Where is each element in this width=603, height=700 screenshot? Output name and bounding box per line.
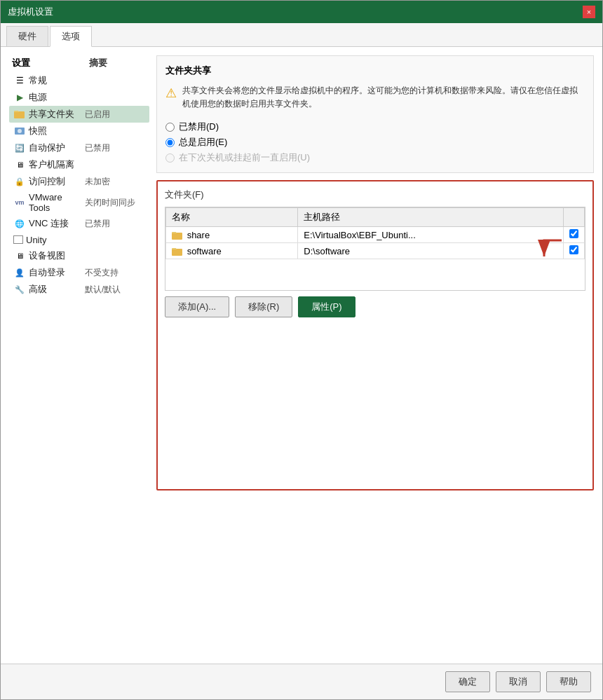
folder-table: 名称 主机路径 share E:\Virtual — [165, 207, 585, 259]
shared-folders-value: 已启用 — [85, 109, 110, 121]
tab-bar: 硬件 选项 — [1, 23, 602, 47]
auto-protect-label: 自动保护 — [29, 142, 85, 154]
power-icon: ▶ — [13, 92, 26, 103]
folder-section: 文件夹(F) 名称 主机路径 — [156, 180, 594, 490]
unity-label: Unity — [26, 235, 82, 245]
access-control-icon: 🔒 — [13, 176, 26, 187]
radio-always-label: 总是启用(E) — [179, 136, 227, 149]
add-button[interactable]: 添加(A)... — [165, 296, 229, 317]
info-section: 文件夹共享 ⚠ 共享文件夹会将您的文件显示给虚拟机中的程序。这可能为您的计算机和… — [156, 55, 594, 173]
general-icon: ☰ — [13, 75, 26, 86]
table-row[interactable]: software D:\software — [166, 243, 585, 259]
table-row[interactable]: share E:\VirtualBox\EBF_Ubunti... — [166, 227, 585, 243]
radio-until-off-label: 在下次关机或挂起前一直启用(U) — [179, 151, 310, 164]
folder-table-container: 名称 主机路径 share E:\Virtual — [165, 207, 585, 291]
remove-button[interactable]: 移除(R) — [235, 296, 292, 317]
sidebar-item-guest-isolation[interactable]: 🖥 客户机隔离 — [9, 156, 149, 173]
auto-protect-icon: 🔄 — [13, 142, 26, 153]
folder-buttons: 添加(A)... 移除(R) 属性(P) — [165, 296, 585, 317]
col-name: 名称 — [166, 208, 298, 227]
bottom-bar: 确定 取消 帮助 — [1, 664, 602, 699]
title-controls: × — [583, 6, 595, 18]
row2-name: software — [166, 243, 298, 259]
advanced-label: 高级 — [29, 283, 85, 296]
col-host-path: 主机路径 — [298, 208, 564, 227]
radio-until-off[interactable]: 在下次关机或挂起前一直启用(U) — [165, 151, 585, 164]
sidebar-item-general[interactable]: ☰ 常规 — [9, 72, 149, 89]
sidebar-item-advanced[interactable]: 🔧 高级 默认/默认 — [9, 281, 149, 298]
settings-header: 设置 摘要 — [9, 55, 149, 71]
auto-login-icon: 👤 — [13, 267, 26, 278]
radio-disabled-input[interactable] — [165, 123, 175, 132]
svg-rect-4 — [172, 249, 182, 256]
sidebar-item-vmware-tools[interactable]: vm VMware Tools 关闭时间同步 — [9, 190, 149, 215]
col-summary: 摘要 — [89, 57, 147, 69]
radio-always-input[interactable] — [165, 138, 175, 147]
device-view-icon: 🖥 — [13, 250, 26, 261]
auto-protect-value: 已禁用 — [85, 142, 110, 154]
sidebar-item-device-view[interactable]: 🖥 设备视图 — [9, 247, 149, 264]
col-settings: 设置 — [12, 57, 89, 69]
svg-rect-3 — [172, 233, 182, 240]
radio-always[interactable]: 总是启用(E) — [165, 136, 585, 149]
spacer — [1, 499, 602, 664]
vmware-tools-value: 关闭时间同步 — [85, 197, 135, 209]
radio-until-off-input[interactable] — [165, 153, 175, 163]
title-bar: 虚拟机设置 × — [1, 1, 602, 23]
guest-isolation-icon: 🖥 — [13, 159, 26, 170]
sidebar-item-auto-protect[interactable]: 🔄 自动保护 已禁用 — [9, 139, 149, 156]
help-button[interactable]: 帮助 — [546, 671, 591, 692]
warning-icon: ⚠ — [165, 85, 177, 111]
vnc-label: VNC 连接 — [29, 217, 85, 230]
folder-section-title: 文件夹(F) — [165, 188, 585, 201]
ok-button[interactable]: 确定 — [445, 671, 490, 692]
window-title: 虚拟机设置 — [8, 6, 53, 18]
row1-name: share — [166, 227, 298, 243]
shared-folders-label: 共享文件夹 — [29, 108, 85, 121]
row1-path: E:\VirtualBox\EBF_Ubunti... — [298, 227, 564, 243]
row2-path: D:\software — [298, 243, 564, 259]
advanced-value: 默认/默认 — [85, 284, 121, 296]
row1-checkbox[interactable] — [564, 227, 585, 243]
access-control-value: 未加密 — [85, 176, 110, 188]
advanced-icon: 🔧 — [13, 284, 26, 295]
sidebar-item-power[interactable]: ▶ 电源 — [9, 89, 149, 106]
radio-group: 已禁用(D) 总是启用(E) 在下次关机或挂起前一直启用(U) — [165, 121, 585, 164]
sidebar-item-auto-login[interactable]: 👤 自动登录 不受支持 — [9, 264, 149, 281]
general-label: 常规 — [29, 74, 85, 87]
access-control-label: 访问控制 — [29, 175, 85, 188]
col-enabled — [564, 208, 585, 227]
device-view-label: 设备视图 — [29, 249, 85, 262]
sidebar-item-vnc[interactable]: 🌐 VNC 连接 已禁用 — [9, 215, 149, 232]
cancel-button[interactable]: 取消 — [496, 671, 541, 692]
auto-login-value: 不受支持 — [85, 267, 118, 279]
close-button[interactable]: × — [583, 6, 595, 18]
vmware-tools-label: VMware Tools — [29, 192, 85, 213]
properties-button[interactable]: 属性(P) — [298, 296, 355, 317]
row2-checkbox[interactable] — [564, 243, 585, 259]
shared-folder-icon — [13, 109, 26, 120]
radio-disabled[interactable]: 已禁用(D) — [165, 121, 585, 133]
vnc-icon: 🌐 — [13, 218, 26, 229]
radio-disabled-label: 已禁用(D) — [179, 121, 219, 133]
svg-point-2 — [18, 129, 22, 133]
left-panel: 设置 摘要 ☰ 常规 ▶ 电源 共享文件夹 已启用 — [9, 55, 149, 490]
vmware-tools-icon: vm — [13, 197, 26, 208]
snapshots-icon — [13, 125, 26, 137]
section-title: 文件夹共享 — [165, 64, 585, 77]
guest-isolation-label: 客户机隔离 — [29, 158, 85, 171]
sidebar-item-shared-folders[interactable]: 共享文件夹 已启用 — [9, 106, 149, 123]
main-content: 设置 摘要 ☰ 常规 ▶ 电源 共享文件夹 已启用 — [1, 47, 602, 499]
sidebar-item-snapshots[interactable]: 快照 — [9, 123, 149, 139]
tab-hardware[interactable]: 硬件 — [6, 26, 48, 46]
vnc-value: 已禁用 — [85, 218, 110, 230]
right-panel: 文件夹共享 ⚠ 共享文件夹会将您的文件显示给虚拟机中的程序。这可能为您的计算机和… — [156, 55, 594, 490]
sidebar-item-unity[interactable]: Unity — [9, 232, 149, 247]
tab-options[interactable]: 选项 — [50, 26, 92, 47]
info-text: 共享文件夹会将您的文件显示给虚拟机中的程序。这可能为您的计算机和数据带来风险。请… — [182, 84, 585, 111]
sidebar-item-access-control[interactable]: 🔒 访问控制 未加密 — [9, 173, 149, 190]
svg-rect-0 — [14, 111, 25, 118]
power-label: 电源 — [29, 91, 85, 104]
main-window: 虚拟机设置 × 硬件 选项 设置 摘要 ☰ 常规 ▶ 电源 — [0, 0, 603, 700]
snapshots-label: 快照 — [29, 125, 85, 137]
